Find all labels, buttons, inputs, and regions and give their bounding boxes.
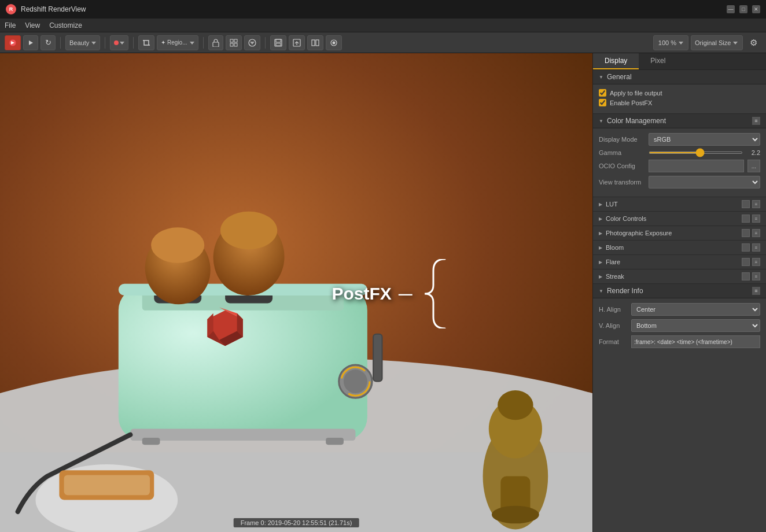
v-align-select[interactable]: Top Center Bottom bbox=[631, 319, 760, 332]
render-info-section-body: H. Align Left Center Right V. Align Top … bbox=[593, 298, 766, 356]
view-transform-select[interactable] bbox=[649, 176, 760, 189]
region-dropdown[interactable]: ✦ Regio... bbox=[157, 35, 198, 50]
color-mgmt-arrow-icon: ▼ bbox=[599, 119, 603, 124]
lut-row[interactable]: ▶ LUT ≡ bbox=[593, 197, 766, 212]
svg-marker-24 bbox=[679, 42, 683, 45]
color-controls-menu-icon[interactable]: ≡ bbox=[752, 215, 760, 223]
original-size-dropdown[interactable]: Original Size bbox=[691, 35, 743, 50]
tab-pixel[interactable]: Pixel bbox=[639, 53, 677, 69]
lock-button[interactable] bbox=[208, 35, 223, 50]
color-controls-row[interactable]: ▶ Color Controls ≡ bbox=[593, 212, 766, 226]
crop-icon bbox=[142, 39, 150, 47]
lut-menu-icon[interactable]: ≡ bbox=[752, 200, 760, 208]
general-section-label: General bbox=[607, 73, 632, 81]
svg-marker-25 bbox=[733, 42, 738, 45]
bloom-enable-checkbox[interactable] bbox=[742, 243, 750, 252]
svg-point-23 bbox=[332, 41, 335, 44]
photographic-exposure-row[interactable]: ▶ Photographic Exposure ≡ bbox=[593, 226, 766, 241]
color-mgmt-section-body: Display Mode sRGB Linear ACES Gamma 2.2 … bbox=[593, 128, 766, 197]
save-image-button[interactable] bbox=[270, 35, 286, 50]
close-button[interactable]: ✕ bbox=[752, 5, 760, 13]
grid-button[interactable] bbox=[226, 35, 242, 50]
render-info-menu-icon[interactable]: ≡ bbox=[752, 287, 760, 295]
svg-point-56 bbox=[498, 390, 533, 420]
chevron-down-icon-2 bbox=[120, 40, 124, 45]
svg-rect-39 bbox=[142, 438, 160, 445]
maximize-button[interactable]: □ bbox=[739, 5, 747, 13]
display-mode-select[interactable]: sRGB Linear ACES bbox=[649, 133, 760, 146]
channel-btn[interactable] bbox=[110, 35, 128, 50]
menu-view[interactable]: View bbox=[25, 21, 40, 29]
photo-exp-menu-icon[interactable]: ≡ bbox=[752, 229, 760, 237]
render-info-section-header[interactable]: ▼ Render Info ≡ bbox=[593, 284, 766, 298]
v-align-label: V. Align bbox=[599, 322, 628, 329]
h-align-select[interactable]: Left Center Right bbox=[631, 303, 760, 316]
format-input[interactable] bbox=[631, 335, 760, 348]
lut-enable-checkbox[interactable] bbox=[742, 200, 750, 208]
color-mgmt-menu-icon[interactable]: ≡ bbox=[752, 117, 760, 125]
chevron-down-icon-3 bbox=[190, 40, 194, 45]
color-management-section-header[interactable]: ▼ Color Management ≡ bbox=[593, 114, 766, 128]
gamma-slider[interactable] bbox=[649, 152, 743, 154]
enable-postfx-checkbox[interactable] bbox=[599, 99, 606, 106]
bloom-row[interactable]: ▶ Bloom ≡ bbox=[593, 241, 766, 255]
bloom-label: Bloom bbox=[606, 244, 738, 251]
refresh-button[interactable]: ↻ bbox=[40, 35, 56, 50]
app-title: Redshift RenderView bbox=[21, 5, 86, 13]
render-pass-dropdown[interactable]: Beauty bbox=[65, 35, 100, 50]
bloom-menu-icon[interactable]: ≡ bbox=[752, 243, 760, 252]
load-image-button[interactable] bbox=[289, 35, 305, 50]
svg-rect-20 bbox=[312, 40, 315, 46]
apply-file-output-checkbox[interactable] bbox=[599, 89, 606, 97]
app-logo: R bbox=[6, 4, 16, 14]
chevron-down-icon-4 bbox=[250, 42, 255, 45]
flare-arrow-icon: ▶ bbox=[599, 260, 602, 265]
flare-menu-icon[interactable]: ≡ bbox=[752, 258, 760, 266]
render-button[interactable] bbox=[23, 35, 38, 50]
svg-rect-11 bbox=[230, 43, 233, 46]
menu-customize[interactable]: Customize bbox=[49, 21, 82, 29]
separator-4 bbox=[203, 37, 204, 49]
separator-1 bbox=[60, 37, 61, 49]
h-align-label: H. Align bbox=[599, 306, 628, 313]
flare-row[interactable]: ▶ Flare ≡ bbox=[593, 255, 766, 269]
compare-button[interactable] bbox=[307, 35, 323, 50]
svg-rect-10 bbox=[234, 39, 237, 42]
flare-enable-checkbox[interactable] bbox=[742, 258, 750, 266]
ocio-config-row: OCIO Config ... bbox=[599, 160, 760, 172]
streak-row[interactable]: ▶ Streak ≡ bbox=[593, 269, 766, 284]
crop-tool[interactable] bbox=[138, 35, 154, 50]
snapshot-button[interactable] bbox=[326, 35, 342, 50]
tab-display[interactable]: Display bbox=[593, 53, 639, 69]
format-row: Format bbox=[599, 335, 760, 348]
svg-rect-8 bbox=[213, 42, 219, 47]
general-section-header[interactable]: ▼ General bbox=[593, 70, 766, 84]
svg-marker-1 bbox=[29, 40, 33, 45]
separator-3 bbox=[133, 37, 134, 49]
format-label: Format bbox=[599, 338, 628, 345]
svg-rect-53 bbox=[64, 475, 150, 495]
ocio-config-input[interactable] bbox=[649, 160, 744, 172]
gamma-label: Gamma bbox=[599, 149, 645, 156]
streak-menu-icon[interactable]: ≡ bbox=[752, 272, 760, 280]
minimize-button[interactable]: — bbox=[727, 5, 735, 13]
color-controls-actions: ≡ bbox=[742, 215, 760, 223]
svg-rect-12 bbox=[234, 43, 237, 46]
bloom-arrow-icon: ▶ bbox=[599, 245, 602, 250]
redshift-logo-btn[interactable] bbox=[5, 35, 21, 50]
view-transform-label: View transform bbox=[599, 179, 645, 186]
streak-enable-checkbox[interactable] bbox=[742, 272, 750, 280]
ocio-browse-button[interactable]: ... bbox=[747, 160, 760, 172]
color-controls-enable-checkbox[interactable] bbox=[742, 215, 750, 223]
photo-exp-arrow-icon: ▶ bbox=[599, 231, 602, 236]
window-controls: — □ ✕ bbox=[727, 5, 760, 13]
play-icon bbox=[28, 40, 34, 46]
safe-area-button[interactable] bbox=[244, 35, 260, 50]
color-controls-label: Color Controls bbox=[606, 215, 738, 222]
photo-exp-enable-checkbox[interactable] bbox=[742, 229, 750, 237]
svg-rect-44 bbox=[373, 334, 382, 382]
menu-file[interactable]: File bbox=[5, 21, 16, 29]
frame-info-text: Frame 0: 2019-05-20 12:55:51 (21.71s) bbox=[241, 519, 352, 526]
settings-button[interactable]: ⚙ bbox=[745, 35, 761, 51]
red-channel-icon bbox=[114, 40, 119, 45]
